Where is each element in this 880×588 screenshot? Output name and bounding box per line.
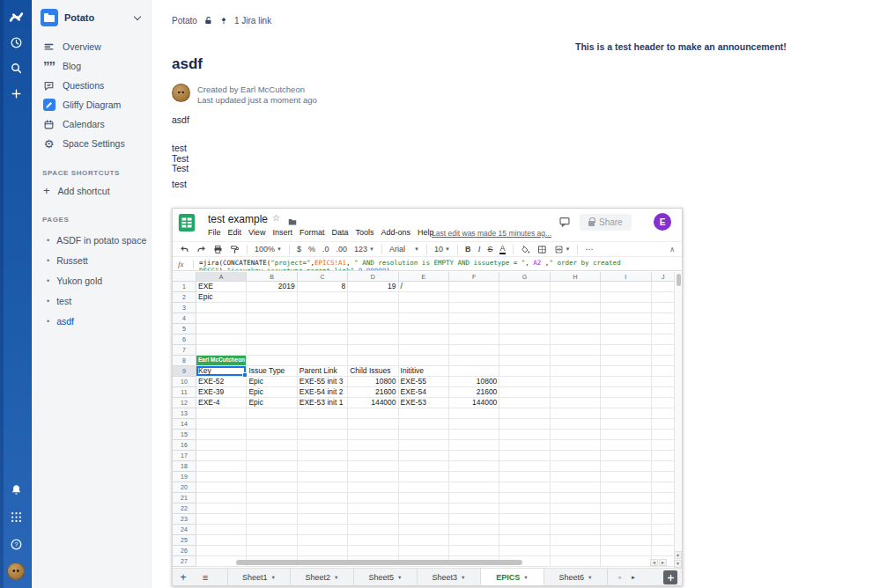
cell-I15[interactable] bbox=[601, 430, 651, 440]
sheet-doc-title[interactable]: test example bbox=[208, 213, 268, 225]
column-header-B[interactable]: B bbox=[247, 272, 297, 282]
cell-F15[interactable] bbox=[449, 430, 499, 440]
cell-I22[interactable] bbox=[601, 503, 651, 514]
cell-G3[interactable] bbox=[499, 303, 550, 313]
cell-D18[interactable] bbox=[348, 461, 398, 472]
cell-H14[interactable] bbox=[551, 419, 601, 430]
sidebar-page-test[interactable]: •test bbox=[32, 291, 151, 312]
cell-E19[interactable] bbox=[399, 472, 449, 482]
menu-file[interactable]: File bbox=[208, 228, 221, 237]
create-icon[interactable] bbox=[6, 84, 26, 103]
cell-G11[interactable] bbox=[499, 387, 550, 398]
row-header-2[interactable]: 2 bbox=[173, 292, 196, 303]
star-icon[interactable]: ☆ bbox=[272, 213, 280, 223]
cell-E24[interactable] bbox=[399, 525, 449, 535]
sidebar-page-yukon-gold[interactable]: •Yukon gold bbox=[32, 271, 151, 291]
row-header-7[interactable]: 7 bbox=[173, 345, 196, 356]
borders-button[interactable] bbox=[537, 245, 547, 254]
row-header-19[interactable]: 19 bbox=[173, 472, 196, 482]
cell-C1[interactable]: 8 bbox=[298, 282, 348, 292]
cell-J20[interactable] bbox=[652, 482, 676, 493]
cell-J15[interactable] bbox=[652, 430, 676, 440]
cell-H2[interactable] bbox=[551, 292, 601, 303]
cell-E11[interactable]: EXE-54 bbox=[399, 387, 449, 398]
grid-corner[interactable] bbox=[173, 272, 196, 282]
scroll-left-button[interactable]: ◄ bbox=[650, 559, 658, 566]
row-header-16[interactable]: 16 bbox=[173, 440, 196, 451]
font-select[interactable]: Arial ▼ bbox=[389, 245, 419, 254]
cell-G23[interactable] bbox=[499, 514, 550, 525]
cell-I11[interactable] bbox=[601, 387, 651, 398]
cell-C10[interactable]: EXE-55 init 3 bbox=[298, 377, 348, 387]
cell-D11[interactable]: 21600 bbox=[348, 387, 398, 398]
row-header-1[interactable]: 1 bbox=[173, 282, 196, 292]
cell-H20[interactable] bbox=[551, 482, 601, 493]
cell-F26[interactable] bbox=[449, 546, 499, 556]
cell-H6[interactable] bbox=[551, 334, 601, 345]
row-header-24[interactable]: 24 bbox=[173, 525, 196, 535]
row-header-18[interactable]: 18 bbox=[173, 461, 196, 472]
cell-J5[interactable] bbox=[652, 324, 676, 334]
cell-B24[interactable] bbox=[247, 525, 297, 535]
cell-D21[interactable] bbox=[348, 493, 398, 503]
cell-C17[interactable] bbox=[298, 451, 348, 461]
menu-format[interactable]: Format bbox=[299, 228, 325, 237]
cell-D10[interactable]: 10800 bbox=[348, 377, 398, 387]
scroll-up-button[interactable]: ▲ bbox=[674, 551, 682, 559]
cell-J14[interactable] bbox=[652, 419, 676, 430]
cell-D25[interactable] bbox=[348, 535, 398, 546]
menu-add-ons[interactable]: Add-ons bbox=[381, 228, 410, 237]
sheet-tab-sheet3[interactable]: Sheet3▼ bbox=[418, 569, 481, 585]
cell-G6[interactable] bbox=[499, 334, 550, 345]
cell-G13[interactable] bbox=[499, 408, 550, 419]
cell-B8[interactable] bbox=[247, 356, 297, 366]
vertical-scrollbar[interactable]: ▲ ▼ bbox=[674, 272, 682, 568]
cell-H4[interactable] bbox=[551, 313, 601, 324]
cell-H7[interactable] bbox=[551, 345, 601, 356]
cell-B12[interactable]: Epic bbox=[247, 398, 297, 408]
cell-B6[interactable] bbox=[247, 334, 297, 345]
cell-I10[interactable] bbox=[601, 377, 651, 387]
cell-B9[interactable]: Issue Type bbox=[247, 366, 297, 377]
cell-I18[interactable] bbox=[601, 461, 651, 472]
cell-E2[interactable] bbox=[399, 292, 449, 303]
cell-C14[interactable] bbox=[298, 419, 348, 430]
cell-A16[interactable] bbox=[196, 440, 247, 451]
confluence-logo-icon[interactable] bbox=[6, 7, 26, 26]
cell-J10[interactable] bbox=[652, 377, 676, 387]
sidebar-item-overview[interactable]: Overview bbox=[32, 37, 151, 56]
horizontal-scrollbar[interactable] bbox=[196, 560, 647, 566]
tab-menu-caret-icon[interactable]: ▼ bbox=[271, 575, 276, 580]
cell-G7[interactable] bbox=[499, 345, 550, 356]
row-header-6[interactable]: 6 bbox=[173, 334, 196, 345]
cell-G19[interactable] bbox=[499, 472, 550, 482]
column-header-C[interactable]: C bbox=[298, 272, 348, 282]
cell-C9[interactable]: Parent Link bbox=[298, 366, 348, 377]
cell-E15[interactable] bbox=[399, 430, 449, 440]
cell-J8[interactable] bbox=[652, 356, 676, 366]
recent-icon[interactable] bbox=[6, 33, 26, 52]
cell-B25[interactable] bbox=[247, 535, 297, 546]
cell-H19[interactable] bbox=[551, 472, 601, 482]
cell-A11[interactable]: EXE-39 bbox=[196, 387, 247, 398]
cell-H24[interactable] bbox=[551, 525, 601, 535]
cell-C26[interactable] bbox=[298, 546, 348, 556]
percent-format-button[interactable]: % bbox=[308, 245, 315, 254]
tab-menu-caret-icon[interactable]: ▼ bbox=[397, 575, 402, 580]
text-color-button[interactable]: A bbox=[499, 245, 505, 254]
cell-G22[interactable] bbox=[499, 503, 550, 514]
sheet-tab-epics[interactable]: EPICS▼ bbox=[481, 569, 544, 585]
cell-A13[interactable] bbox=[196, 408, 247, 419]
cell-B16[interactable] bbox=[247, 440, 297, 451]
cell-D5[interactable] bbox=[348, 324, 398, 334]
cell-F12[interactable]: 144000 bbox=[449, 398, 499, 408]
cell-G21[interactable] bbox=[499, 493, 550, 503]
cell-E20[interactable] bbox=[399, 482, 449, 493]
cell-I17[interactable] bbox=[601, 451, 651, 461]
cell-H22[interactable] bbox=[551, 503, 601, 514]
row-header-23[interactable]: 23 bbox=[173, 514, 196, 525]
tab-menu-caret-icon[interactable]: ▼ bbox=[588, 575, 592, 580]
cell-A2[interactable]: Epic bbox=[196, 292, 247, 303]
column-header-J[interactable]: J bbox=[652, 272, 676, 282]
cell-G18[interactable] bbox=[499, 461, 550, 472]
